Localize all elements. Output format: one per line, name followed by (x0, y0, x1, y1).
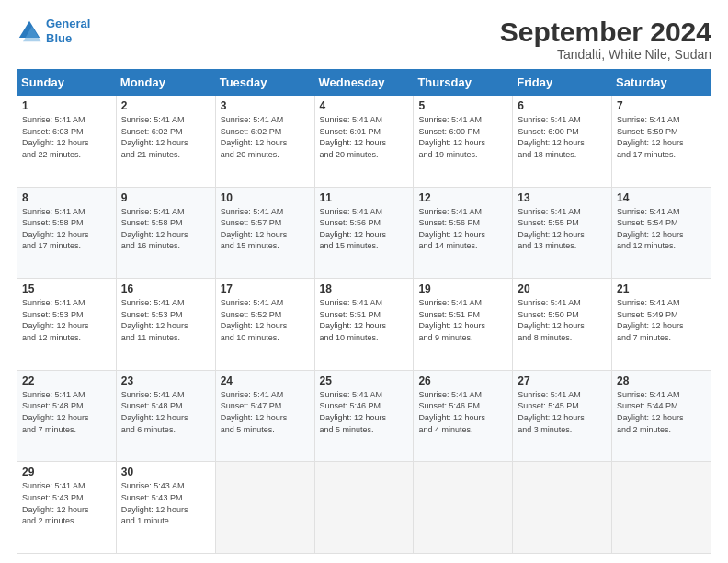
day-number: 24 (221, 374, 310, 387)
subtitle: Tandalti, White Nile, Sudan (500, 47, 711, 62)
calendar-cell: 16Sunrise: 5:41 AM Sunset: 5:53 PM Dayli… (116, 279, 215, 371)
calendar-cell: 15Sunrise: 5:41 AM Sunset: 5:53 PM Dayli… (17, 279, 117, 371)
day-number: 17 (221, 282, 310, 295)
day-info: Sunrise: 5:41 AM Sunset: 5:52 PM Dayligh… (221, 297, 310, 343)
calendar-cell: 4Sunrise: 5:41 AM Sunset: 6:01 PM Daylig… (314, 96, 414, 188)
header: General Blue September 2024 Tandalti, Wh… (17, 17, 711, 62)
calendar-cell: 9Sunrise: 5:41 AM Sunset: 5:58 PM Daylig… (116, 187, 215, 279)
day-info: Sunrise: 5:41 AM Sunset: 5:58 PM Dayligh… (22, 206, 111, 252)
header-cell-tuesday: Tuesday (215, 70, 314, 96)
day-number: 30 (121, 465, 210, 478)
day-number: 1 (22, 99, 111, 112)
calendar-week-4: 22Sunrise: 5:41 AM Sunset: 5:48 PM Dayli… (17, 370, 711, 462)
day-number: 5 (418, 99, 507, 112)
calendar-cell (314, 462, 414, 554)
calendar-week-2: 8Sunrise: 5:41 AM Sunset: 5:58 PM Daylig… (17, 187, 711, 279)
day-number: 27 (518, 374, 607, 387)
day-info: Sunrise: 5:41 AM Sunset: 5:53 PM Dayligh… (121, 297, 210, 343)
calendar-cell: 29Sunrise: 5:41 AM Sunset: 5:43 PM Dayli… (17, 462, 117, 554)
day-info: Sunrise: 5:41 AM Sunset: 5:51 PM Dayligh… (418, 297, 507, 343)
day-info: Sunrise: 5:41 AM Sunset: 6:01 PM Dayligh… (320, 114, 409, 160)
day-number: 3 (221, 99, 310, 112)
calendar-cell: 5Sunrise: 5:41 AM Sunset: 6:00 PM Daylig… (414, 96, 513, 188)
day-info: Sunrise: 5:41 AM Sunset: 6:02 PM Dayligh… (121, 114, 210, 160)
day-info: Sunrise: 5:41 AM Sunset: 6:03 PM Dayligh… (22, 114, 111, 160)
calendar-cell: 28Sunrise: 5:41 AM Sunset: 5:44 PM Dayli… (612, 370, 711, 462)
day-info: Sunrise: 5:41 AM Sunset: 6:02 PM Dayligh… (221, 114, 310, 160)
calendar-cell: 8Sunrise: 5:41 AM Sunset: 5:58 PM Daylig… (17, 187, 117, 279)
calendar-week-3: 15Sunrise: 5:41 AM Sunset: 5:53 PM Dayli… (17, 279, 711, 371)
calendar-cell: 24Sunrise: 5:41 AM Sunset: 5:47 PM Dayli… (215, 370, 314, 462)
day-number: 29 (22, 465, 111, 478)
day-number: 4 (320, 99, 409, 112)
logo-text: General Blue (46, 17, 90, 45)
calendar-cell: 13Sunrise: 5:41 AM Sunset: 5:55 PM Dayli… (513, 187, 612, 279)
calendar-cell: 2Sunrise: 5:41 AM Sunset: 6:02 PM Daylig… (116, 96, 215, 188)
header-cell-thursday: Thursday (414, 70, 513, 96)
day-number: 12 (418, 191, 507, 204)
calendar-cell (414, 462, 513, 554)
day-number: 13 (518, 191, 607, 204)
day-number: 21 (617, 282, 706, 295)
calendar-cell: 11Sunrise: 5:41 AM Sunset: 5:56 PM Dayli… (314, 187, 414, 279)
calendar-cell: 10Sunrise: 5:41 AM Sunset: 5:57 PM Dayli… (215, 187, 314, 279)
calendar-table: SundayMondayTuesdayWednesdayThursdayFrid… (17, 69, 711, 554)
calendar-cell (612, 462, 711, 554)
day-info: Sunrise: 5:41 AM Sunset: 5:49 PM Dayligh… (617, 297, 706, 343)
header-cell-saturday: Saturday (612, 70, 711, 96)
header-cell-monday: Monday (116, 70, 215, 96)
header-cell-friday: Friday (513, 70, 612, 96)
day-info: Sunrise: 5:41 AM Sunset: 5:51 PM Dayligh… (320, 297, 409, 343)
calendar-cell: 18Sunrise: 5:41 AM Sunset: 5:51 PM Dayli… (314, 279, 414, 371)
day-number: 20 (518, 282, 607, 295)
calendar-cell: 26Sunrise: 5:41 AM Sunset: 5:46 PM Dayli… (414, 370, 513, 462)
calendar-cell: 20Sunrise: 5:41 AM Sunset: 5:50 PM Dayli… (513, 279, 612, 371)
calendar-cell: 21Sunrise: 5:41 AM Sunset: 5:49 PM Dayli… (612, 279, 711, 371)
day-number: 7 (617, 99, 706, 112)
day-number: 15 (22, 282, 111, 295)
main-title: September 2024 (500, 17, 711, 47)
day-info: Sunrise: 5:41 AM Sunset: 5:59 PM Dayligh… (617, 114, 706, 160)
calendar-cell: 7Sunrise: 5:41 AM Sunset: 5:59 PM Daylig… (612, 96, 711, 188)
day-info: Sunrise: 5:41 AM Sunset: 5:50 PM Dayligh… (518, 297, 607, 343)
calendar-cell: 3Sunrise: 5:41 AM Sunset: 6:02 PM Daylig… (215, 96, 314, 188)
day-number: 11 (320, 191, 409, 204)
day-info: Sunrise: 5:41 AM Sunset: 5:44 PM Dayligh… (617, 389, 706, 435)
day-info: Sunrise: 5:41 AM Sunset: 6:00 PM Dayligh… (518, 114, 607, 160)
day-number: 19 (418, 282, 507, 295)
day-info: Sunrise: 5:41 AM Sunset: 5:46 PM Dayligh… (418, 389, 507, 435)
calendar-cell: 6Sunrise: 5:41 AM Sunset: 6:00 PM Daylig… (513, 96, 612, 188)
header-cell-wednesday: Wednesday (314, 70, 414, 96)
logo-icon (17, 18, 42, 44)
day-info: Sunrise: 5:41 AM Sunset: 5:55 PM Dayligh… (518, 206, 607, 252)
day-number: 23 (121, 374, 210, 387)
day-info: Sunrise: 5:41 AM Sunset: 5:48 PM Dayligh… (121, 389, 210, 435)
day-number: 2 (121, 99, 210, 112)
calendar-cell (513, 462, 612, 554)
day-info: Sunrise: 5:41 AM Sunset: 5:48 PM Dayligh… (22, 389, 111, 435)
day-number: 14 (617, 191, 706, 204)
day-number: 16 (121, 282, 210, 295)
day-info: Sunrise: 5:41 AM Sunset: 5:56 PM Dayligh… (418, 206, 507, 252)
header-cell-sunday: Sunday (17, 70, 117, 96)
calendar-cell: 27Sunrise: 5:41 AM Sunset: 5:45 PM Dayli… (513, 370, 612, 462)
day-number: 28 (617, 374, 706, 387)
day-info: Sunrise: 5:41 AM Sunset: 5:54 PM Dayligh… (617, 206, 706, 252)
day-info: Sunrise: 5:41 AM Sunset: 5:57 PM Dayligh… (221, 206, 310, 252)
day-info: Sunrise: 5:41 AM Sunset: 6:00 PM Dayligh… (418, 114, 507, 160)
day-number: 18 (320, 282, 409, 295)
calendar-cell: 25Sunrise: 5:41 AM Sunset: 5:46 PM Dayli… (314, 370, 414, 462)
logo: General Blue (17, 17, 90, 45)
day-info: Sunrise: 5:41 AM Sunset: 5:46 PM Dayligh… (320, 389, 409, 435)
day-info: Sunrise: 5:41 AM Sunset: 5:53 PM Dayligh… (22, 297, 111, 343)
day-number: 6 (518, 99, 607, 112)
calendar-cell: 1Sunrise: 5:41 AM Sunset: 6:03 PM Daylig… (17, 96, 117, 188)
calendar-week-5: 29Sunrise: 5:41 AM Sunset: 5:43 PM Dayli… (17, 462, 711, 554)
calendar-cell: 14Sunrise: 5:41 AM Sunset: 5:54 PM Dayli… (612, 187, 711, 279)
day-number: 26 (418, 374, 507, 387)
calendar-week-1: 1Sunrise: 5:41 AM Sunset: 6:03 PM Daylig… (17, 96, 711, 188)
page: General Blue September 2024 Tandalti, Wh… (0, 0, 728, 563)
day-info: Sunrise: 5:43 AM Sunset: 5:43 PM Dayligh… (121, 480, 210, 526)
day-info: Sunrise: 5:41 AM Sunset: 5:43 PM Dayligh… (22, 480, 111, 526)
day-info: Sunrise: 5:41 AM Sunset: 5:47 PM Dayligh… (221, 389, 310, 435)
